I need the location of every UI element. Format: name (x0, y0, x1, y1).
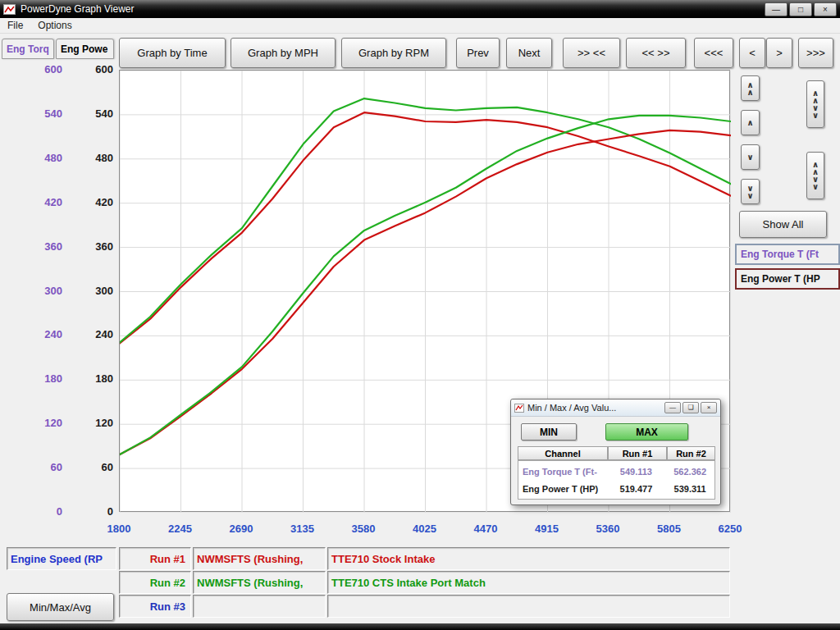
double-up-chevron-icon: ∧ ∧ (746, 81, 753, 96)
column-header-run1[interactable]: Run #1 (608, 446, 667, 460)
run1-description[interactable]: TTE710 Stock Intake (327, 547, 730, 570)
power-axis-tick-labels: 060120180240300360420480540600 (72, 0, 113, 574)
close-button[interactable]: × (814, 2, 837, 16)
vertical-chevrons-icon: ∧ ∧ ∨ ∨ (812, 161, 819, 190)
zoom-vertical-contract-button[interactable]: ∧ ∧ ∨ ∨ (806, 152, 824, 199)
scroll-up-button[interactable]: ∧ (741, 110, 760, 135)
run1-max-value: 519.477 (607, 484, 666, 494)
prev-button[interactable]: Prev (456, 38, 500, 68)
pan-left-button[interactable]: < (739, 38, 765, 68)
minimize-button[interactable]: — (765, 2, 788, 16)
channel-name: Eng Torque T (Ft- (518, 467, 607, 477)
zoom-in-x-button[interactable]: >> << (563, 38, 620, 68)
vertical-chevrons-icon: ∧ ∧ ∨ ∨ (812, 89, 819, 119)
double-down-chevron-icon: ∨ ∨ (746, 185, 753, 199)
channel-name: Eng Power T (HP) (518, 484, 607, 494)
column-header-channel[interactable]: Channel (518, 446, 608, 460)
run2-max-value: 562.362 (665, 467, 714, 477)
pan-far-left-button[interactable]: <<< (694, 38, 733, 68)
run3-label: Run #3 (119, 595, 191, 618)
scroll-double-down-button[interactable]: ∨ ∨ (741, 179, 760, 204)
axis-tick-label: 300 (21, 285, 62, 297)
maximize-button[interactable]: □ (789, 2, 812, 16)
scroll-double-up-button[interactable]: ∧ ∧ (741, 75, 760, 101)
axis-tick-label: 420 (72, 196, 113, 208)
axis-tick-label: 240 (72, 328, 113, 340)
run2-description[interactable]: TTE710 CTS Intake Port Match (327, 571, 730, 594)
window-bottom-edge (0, 623, 840, 630)
run3-description[interactable] (327, 595, 730, 618)
axis-tick-label: 360 (21, 240, 62, 253)
axis-tick-label: 0 (21, 505, 62, 518)
axis-tick-label: 60 (72, 461, 113, 473)
min-max-avg-window: Min / Max / Avg Valu... — ❏ × MIN MAX Ch… (510, 399, 721, 505)
title-bar: PowerDyne Graph Viewer — □ × (0, 0, 840, 18)
run3-file[interactable] (193, 595, 326, 618)
next-button[interactable]: Next (506, 38, 552, 68)
axis-tick-label: 600 (21, 63, 62, 75)
min-max-window-title: Min / Max / Avg Valu... (527, 403, 663, 413)
max-button[interactable]: MAX (605, 423, 688, 441)
run2-label: Run #2 (119, 571, 191, 594)
axis-tick-label: 4915 (518, 523, 576, 535)
min-max-restore-button[interactable]: ❏ (682, 402, 699, 413)
axis-tick-label: 120 (21, 417, 62, 429)
show-all-button[interactable]: Show All (739, 211, 827, 238)
menu-bar: File Options (0, 18, 840, 34)
axis-tick-label: 300 (72, 285, 113, 297)
axis-tick-label: 180 (21, 372, 62, 385)
graph-by-time-button[interactable]: Graph by Time (119, 38, 226, 68)
min-max-close-button[interactable]: × (701, 402, 717, 413)
axis-tick-label: 6250 (701, 523, 759, 535)
run2-file[interactable]: NWMSFTS (Rushing, (193, 571, 326, 594)
legend-torque-channel[interactable]: Eng Torque T (Ft (735, 244, 840, 265)
axis-tick-label: 480 (72, 152, 113, 164)
down-chevron-icon: ∨ (746, 153, 753, 161)
legend-power-channel[interactable]: Eng Power T (HP (735, 268, 840, 290)
axis-tick-label: 360 (72, 240, 113, 253)
run1-max-value: 549.113 (607, 467, 666, 477)
zoom-vertical-expand-button[interactable]: ∧ ∧ ∨ ∨ (806, 80, 824, 128)
axis-tick-label: 540 (72, 107, 113, 120)
axis-tick-label: 4470 (457, 523, 514, 535)
axis-tick-label: 5360 (579, 523, 637, 535)
run1-label: Run #1 (119, 547, 191, 570)
axis-tick-label: 2690 (212, 523, 270, 535)
graph-by-rpm-button[interactable]: Graph by RPM (341, 38, 446, 68)
axis-tick-label: 2245 (152, 523, 209, 535)
axis-tick-label: 600 (72, 63, 113, 75)
min-max-table: Eng Torque T (Ft- 549.113 562.362 Eng Po… (518, 460, 715, 500)
scroll-down-button[interactable]: ∨ (741, 144, 760, 170)
run1-file[interactable]: NWMSFTS (Rushing, (193, 547, 326, 570)
axis-tick-label: 180 (72, 372, 113, 385)
table-row: Eng Torque T (Ft- 549.113 562.362 (518, 463, 714, 480)
app-icon (3, 4, 16, 15)
pan-right-button[interactable]: > (766, 38, 792, 68)
axis-tick-label: 240 (21, 328, 62, 340)
axis-tick-label: 5805 (641, 523, 698, 535)
zoom-out-x-button[interactable]: << >> (626, 38, 686, 68)
axis-tick-label: 60 (21, 461, 62, 473)
axis-tick-label: 480 (21, 152, 62, 164)
column-header-run2[interactable]: Run #2 (667, 446, 715, 460)
rpm-axis-tick-labels: 1800224526903135358040254470491553605805… (119, 523, 730, 537)
axis-tick-label: 420 (21, 196, 62, 208)
app-window: PowerDyne Graph Viewer — □ × File Option… (0, 0, 840, 630)
axis-tick-label: 0 (72, 505, 113, 518)
torque-axis-tick-labels: 060120180240300360420480540600 (21, 0, 62, 574)
x-axis-channel-box[interactable]: Engine Speed (RP (7, 547, 116, 570)
min-max-window-title-bar[interactable]: Min / Max / Avg Valu... — ❏ × (511, 399, 720, 417)
min-button[interactable]: MIN (521, 423, 577, 441)
up-chevron-icon: ∧ (746, 119, 753, 126)
table-row: Eng Power T (HP) 519.477 539.311 (518, 481, 714, 497)
min-max-avg-button[interactable]: Min/Max/Avg (7, 593, 114, 621)
run2-max-value: 539.311 (665, 484, 714, 494)
axis-tick-label: 4025 (396, 523, 454, 535)
pan-far-right-button[interactable]: >>> (798, 38, 833, 68)
graph-by-mph-button[interactable]: Graph by MPH (231, 38, 336, 68)
axis-tick-label: 1800 (90, 523, 148, 535)
min-max-window-icon (514, 404, 524, 413)
axis-tick-label: 540 (21, 107, 62, 120)
axis-tick-label: 120 (72, 417, 113, 429)
min-max-minimize-button[interactable]: — (664, 402, 681, 413)
